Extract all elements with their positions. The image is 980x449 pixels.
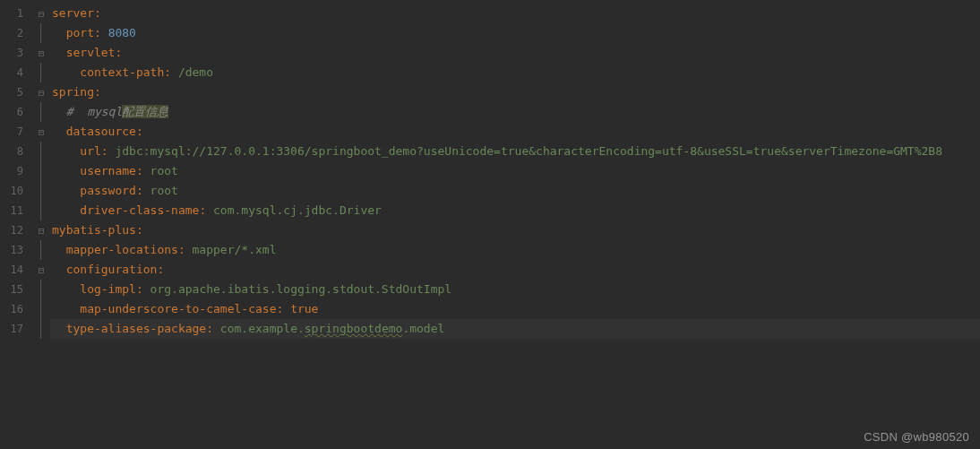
line-number: 14: [0, 260, 32, 280]
token-colon: :: [115, 46, 122, 59]
watermark: CSDN @wb980520: [864, 430, 969, 444]
line-number: 17: [0, 319, 32, 339]
token-key: port: [66, 26, 94, 39]
fold-guide: [32, 63, 50, 82]
token-colon: :: [94, 26, 108, 39]
token-key: driver-class-name: [80, 203, 199, 217]
token-colon: :: [136, 223, 143, 237]
code-line[interactable]: servlet:: [50, 43, 980, 63]
fold-toggle-icon[interactable]: [32, 220, 50, 240]
token-colon: :: [164, 65, 178, 79]
fold-toggle-icon[interactable]: [32, 4, 50, 23]
token-colon: :: [206, 322, 220, 335]
token-comment-hl: 配置信息: [122, 105, 168, 118]
fold-toggle-icon[interactable]: [32, 260, 50, 280]
line-number: 1: [0, 4, 32, 23]
line-number: 4: [0, 63, 32, 82]
line-number: 5: [0, 82, 32, 102]
token-key: type-aliases-package: [66, 322, 207, 335]
token-key: context-path: [80, 65, 164, 79]
code-editor[interactable]: 1234567891011121314151617 server: port: …: [0, 0, 980, 449]
line-number: 11: [0, 201, 32, 220]
token-key: servlet: [66, 46, 116, 59]
token-colon: :: [136, 125, 143, 138]
token-key: spring: [52, 85, 94, 99]
line-number: 13: [0, 240, 32, 260]
line-number: 2: [0, 23, 32, 43]
code-line[interactable]: type-aliases-package: com.example.spring…: [50, 319, 980, 339]
fold-guide: [32, 142, 50, 161]
token-colon: :: [94, 6, 101, 20]
line-number: 3: [0, 43, 32, 63]
line-number: 6: [0, 102, 32, 122]
line-number: 15: [0, 280, 32, 299]
fold-guide: [32, 299, 50, 319]
fold-guide: [32, 201, 50, 220]
token-key: datasource: [66, 125, 136, 138]
token-key: mybatis-plus: [52, 223, 136, 237]
token-key: mapper-locations: [66, 243, 178, 256]
fold-guide: [32, 181, 50, 201]
token-key: username: [80, 164, 136, 177]
token-colon: :: [157, 263, 164, 276]
code-line[interactable]: url: jdbc:mysql://127.0.0.1:3306/springb…: [50, 142, 980, 161]
token-colon: :: [178, 243, 193, 256]
fold-guide: [32, 161, 50, 181]
token-val-squiggle: com.example.springbootdemo.model: [220, 322, 444, 335]
line-number: 8: [0, 142, 32, 161]
fold-gutter[interactable]: [32, 0, 50, 449]
code-line[interactable]: username: root: [50, 161, 980, 181]
line-number: 9: [0, 161, 32, 181]
line-number-gutter: 1234567891011121314151617: [0, 0, 32, 449]
token-key: log-impl: [80, 282, 136, 296]
token-val: mapper/*.xml: [193, 243, 277, 256]
token-val: root: [150, 164, 178, 177]
code-line[interactable]: port: 8080: [50, 23, 980, 43]
token-key: server: [52, 6, 94, 20]
token-val: /demo: [178, 65, 213, 79]
code-line[interactable]: driver-class-name: com.mysql.cj.jdbc.Dri…: [50, 201, 980, 220]
code-line[interactable]: mapper-locations: mapper/*.xml: [50, 240, 980, 260]
code-line[interactable]: spring:: [50, 82, 980, 102]
token-colon: :: [136, 184, 150, 197]
token-key: map-underscore-to-camel-case: [80, 302, 276, 315]
code-line[interactable]: datasource:: [50, 122, 980, 142]
token-colon: :: [101, 144, 116, 158]
token-val: root: [150, 184, 178, 197]
code-area[interactable]: server: port: 8080 servlet: context-path…: [50, 0, 980, 449]
token-colon: :: [276, 302, 290, 315]
fold-guide: [32, 280, 50, 299]
token-val: com.mysql.cj.jdbc.Driver: [213, 203, 382, 217]
code-line[interactable]: map-underscore-to-camel-case: true: [50, 299, 980, 319]
code-line[interactable]: password: root: [50, 181, 980, 201]
code-line[interactable]: configuration:: [50, 260, 980, 280]
token-colon: :: [136, 164, 150, 177]
line-number: 12: [0, 220, 32, 240]
token-colon: :: [94, 85, 101, 99]
fold-guide: [32, 23, 50, 43]
token-key: password: [80, 184, 136, 197]
token-key: url: [80, 144, 100, 158]
code-line[interactable]: mybatis-plus:: [50, 220, 980, 240]
fold-toggle-icon[interactable]: [32, 122, 50, 142]
token-key: configuration: [66, 263, 158, 276]
fold-guide: [32, 319, 50, 339]
code-line[interactable]: context-path: /demo: [50, 63, 980, 82]
token-colon: :: [136, 282, 150, 296]
code-line[interactable]: server:: [50, 4, 980, 23]
token-num: 8080: [108, 26, 136, 39]
token-bool: true: [290, 302, 318, 315]
line-number: 7: [0, 122, 32, 142]
code-line[interactable]: log-impl: org.apache.ibatis.logging.stdo…: [50, 280, 980, 299]
code-line[interactable]: # mysql配置信息: [50, 102, 980, 122]
fold-toggle-icon[interactable]: [32, 43, 50, 63]
fold-toggle-icon[interactable]: [32, 82, 50, 102]
fold-guide: [32, 102, 50, 122]
token-val: org.apache.ibatis.logging.stdout.StdOutI…: [150, 282, 452, 296]
token-val: jdbc:mysql://127.0.0.1:3306/springboot_d…: [115, 144, 942, 158]
fold-guide: [32, 240, 50, 260]
token-colon: :: [199, 203, 213, 217]
line-number: 16: [0, 299, 32, 319]
token-comment: # mysql: [66, 105, 123, 118]
line-number: 10: [0, 181, 32, 201]
